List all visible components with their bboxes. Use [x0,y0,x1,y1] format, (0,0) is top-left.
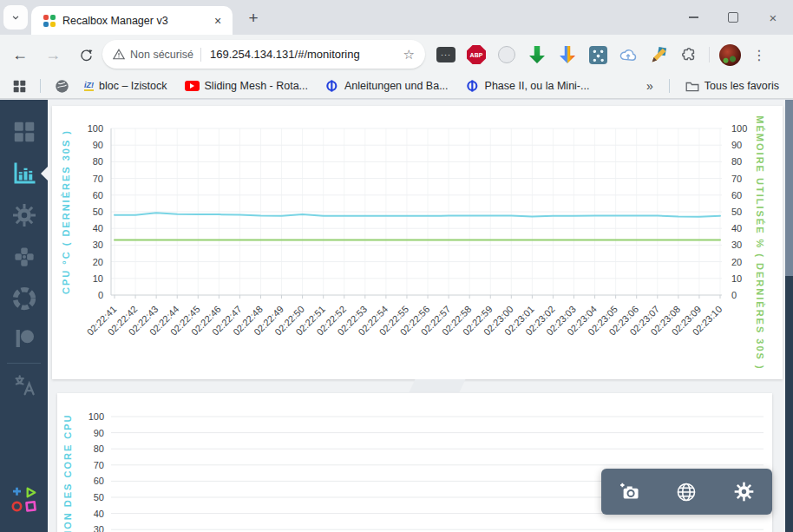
toolbar-divider [709,47,710,62]
tab-close-icon[interactable]: × [210,13,226,29]
svg-text:90: 90 [94,428,104,438]
bookmark-phase-ii[interactable]: Phase II, ou la Mini-... [461,77,595,95]
minimize-icon [689,16,698,17]
svg-text:20: 20 [93,257,103,267]
sidebar-item-monitoring[interactable] [11,161,37,187]
bookmark-star-icon[interactable]: ☆ [403,47,415,62]
teal-grid-icon[interactable] [587,44,608,65]
extension-sidebar-icon[interactable]: ··· [436,44,456,65]
svg-text:30: 30 [731,240,742,250]
sidebar-item-settings[interactable] [11,202,37,228]
settings-button[interactable] [726,475,761,509]
bookmark-anleitungen[interactable]: Anleitungen und Ba... [320,77,454,95]
pencil-edit-icon[interactable] [648,44,669,65]
colorful-arrow-icon[interactable] [557,44,578,65]
bookmarks-overflow-chevron[interactable]: » [641,79,659,93]
active-item-indicator [41,167,48,181]
scrollbar-thumb[interactable] [785,100,793,276]
cpu-memory-line-chart: 0010102020303040405050606070708080909010… [52,106,783,383]
svg-text:40: 40 [731,223,742,233]
patreon-icon [11,325,37,351]
pill-divider [200,48,201,62]
security-label[interactable]: Non sécurisé [130,49,193,61]
download-arrow-icon[interactable] [527,44,547,65]
tab-strip: Recalbox Manager v3 × + × [0,0,793,35]
phi-logo-icon [325,79,339,93]
svg-text:50: 50 [93,207,103,217]
svg-text:60: 60 [731,190,742,200]
forward-button[interactable]: → [40,42,66,68]
sidebar-divider [7,363,41,364]
phi-logo-icon [466,79,480,93]
maximize-button[interactable] [713,0,753,35]
svg-text:60: 60 [94,476,104,486]
background-smudge [410,379,466,392]
sidebar-item-dashboard[interactable] [11,119,37,145]
warning-icon [113,49,125,60]
window-controls: × [673,0,793,35]
bookmark-izistock[interactable]: iZ! bloc – Izistock [79,78,173,94]
sidebar-item-controllers[interactable] [11,244,37,270]
recalbox-logo[interactable] [10,484,39,514]
minimize-button[interactable] [673,0,713,35]
url-text[interactable]: 169.254.134.131/#/monitoring [210,48,398,61]
browser-menu-icon[interactable]: ⋮ [750,47,768,63]
svg-text:60: 60 [93,190,103,200]
cpu-memory-chart-card: 0010102020303040405050606070708080909010… [52,106,783,379]
extension-blob-icon[interactable] [496,44,517,65]
translate-icon [11,371,37,397]
gear-icon [733,481,755,502]
extensions-puzzle-icon[interactable] [678,44,699,65]
reload-button[interactable] [73,42,99,68]
all-bookmarks-button[interactable]: Tous les favoris [680,78,784,94]
svg-text:30: 30 [93,240,103,250]
svg-text:50: 50 [94,492,104,502]
sidebar-item-patreon[interactable] [11,325,37,351]
svg-text:70: 70 [94,460,104,470]
svg-text:MÉMOIRE UTILISÉE % ( DERNIÈRES: MÉMOIRE UTILISÉE % ( DERNIÈRES 30S ) [755,115,765,370]
screenshot-button[interactable] [613,475,647,509]
globe-icon [675,481,698,503]
svg-text:30: 30 [94,524,104,532]
browser-window: Recalbox Manager v3 × + × ← → Non sécuri… [0,0,793,532]
globe-button[interactable] [669,475,704,509]
tab-title: Recalbox Manager v3 [62,15,210,27]
svg-text:40: 40 [94,509,104,519]
recalbox-favicon [43,15,56,27]
tab-search-button[interactable] [3,5,28,30]
profile-avatar[interactable] [719,44,741,66]
recalbox-manager-app: 0010102020303040405050606070708080909010… [0,100,793,532]
svg-text:100: 100 [88,123,103,134]
svg-text:90: 90 [93,140,103,150]
folder-icon [685,81,699,92]
maximize-icon [728,12,738,23]
new-tab-button[interactable]: + [243,8,264,29]
svg-text:80: 80 [93,156,103,167]
sidebar-item-translate[interactable] [11,371,37,397]
svg-text:10: 10 [93,273,103,284]
svg-text:10: 10 [731,273,742,284]
svg-text:80: 80 [731,156,742,167]
browser-tab[interactable]: Recalbox Manager v3 × [31,6,233,35]
svg-text:100: 100 [88,411,104,422]
close-button[interactable]: × [753,0,793,35]
page-scrollbar[interactable] [785,100,793,532]
shutter-icon [11,286,37,312]
browser-toolbar: ← → Non sécurisé 169.254.134.131/#/monit… [0,35,793,74]
bookmarks-divider [669,79,670,93]
apps-grid-icon[interactable] [9,76,29,96]
svg-text:0: 0 [731,290,737,300]
svg-text:CPU °C ( DERNIÈRES 30S ): CPU °C ( DERNIÈRES 30S ) [61,129,71,294]
reload-icon [79,48,94,62]
sidebar-item-screenshots[interactable] [11,286,37,312]
cloud-upload-icon[interactable] [618,44,639,65]
bookmarks-divider [40,79,41,93]
bookmark-sliding-mesh[interactable]: Sliding Mesh - Rota... [180,78,314,94]
globe-bookmark-icon[interactable] [51,76,72,96]
adblock-plus-icon[interactable]: ABP [466,44,487,65]
url-bar[interactable]: Non sécurisé 169.254.134.131/#/monitorin… [102,40,425,69]
back-button[interactable]: ← [7,42,33,68]
sidebar-nav [0,100,48,532]
svg-text:90: 90 [731,140,742,150]
chevron-down-icon [10,11,22,23]
